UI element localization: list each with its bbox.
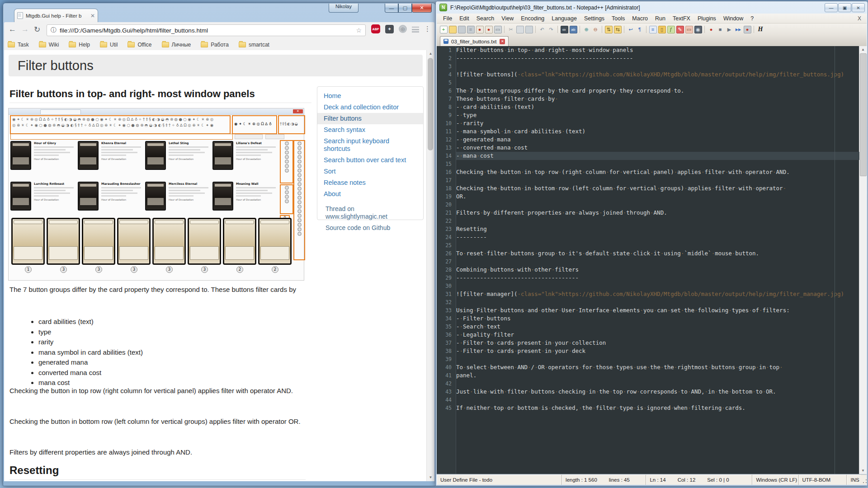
menu-macro[interactable]: Macro [628,15,651,22]
textfx-h-icon[interactable]: H [757,26,764,33]
back-icon[interactable]: ← [9,25,16,34]
npp-scroll-up-icon[interactable]: ▲ [859,46,867,53]
chrome-profile-button[interactable]: Nikolay [329,4,359,13]
menu-search[interactable]: Search [473,15,498,22]
bookmark-item[interactable]: Работа [201,42,229,48]
cut-icon[interactable]: ✂ [507,26,515,33]
editor-text[interactable]: Filter·buttons·in·top-·and·right-·most·w… [456,46,859,474]
menu-?[interactable]: ? [747,15,757,22]
menu-window[interactable]: Window [720,15,747,22]
run-macro-multiple-icon[interactable]: ▶▶ [735,26,742,33]
nav-item-search-button-over-card-text[interactable]: Search button over card text [317,155,423,166]
resize-grip[interactable] [861,475,867,485]
npp-restore-button[interactable]: ▣ [838,3,851,12]
minimize-button[interactable]: — [385,4,398,13]
sync-v-icon[interactable]: ⇅ [605,26,613,33]
menu-edit[interactable]: Edit [456,15,473,22]
nav-item-deck-and-collection-editor[interactable]: Deck and collection editor [317,102,423,113]
nav-item-about[interactable]: About [317,188,423,200]
save-copy-icon[interactable]: ≡ [467,26,475,33]
bookmark-item[interactable]: Help [69,42,90,48]
adblock-plus-icon[interactable]: ABP [371,24,380,33]
print-icon[interactable]: ▭ [494,26,502,33]
nav-item-sort[interactable]: Sort [317,166,423,177]
nav-item-filter-buttons[interactable]: Filter buttons [317,113,423,124]
tab-close-icon[interactable]: ✕ [90,13,95,19]
sync-h-icon[interactable]: ⇆ [614,26,622,33]
npp-scrollbar[interactable]: ▲ ▼ [859,46,867,474]
undo-icon[interactable]: ↶ [538,26,546,33]
menu-language[interactable]: Language [548,15,580,22]
menu-view[interactable]: View [498,15,517,22]
folder-as-workspace-icon[interactable]: ▭ [685,26,693,33]
bookmark-item[interactable]: Util [100,42,118,48]
find-icon[interactable]: ∞ [561,26,568,33]
forward-icon[interactable]: → [21,25,29,34]
close-all-icon[interactable]: ● [485,26,493,33]
monitor-icon[interactable]: ◉ [694,26,702,33]
scroll-down-icon[interactable]: ▼ [427,474,434,481]
address-bar[interactable]: ⓘ file:///D:/Games/Mtgdb.Gui/help/html/f… [47,24,366,36]
nav-item-search-syntax[interactable]: Search syntax [317,124,423,136]
extension-icon[interactable]: ✦ [385,25,394,33]
paste-icon[interactable] [525,26,533,33]
npp-document-tab[interactable]: 03_filter_buttons.txt ✕ [440,36,509,46]
menu-plugins[interactable]: Plugins [694,15,720,22]
menu-encoding[interactable]: Encoding [517,15,548,22]
close-icon[interactable]: ● [476,26,484,33]
page-info-icon[interactable]: ⓘ [51,26,57,34]
page-scrollbar[interactable]: ▲ ▼ [426,50,434,481]
zoom-in-icon[interactable]: ⊕ [583,26,590,33]
doc-switcher-icon[interactable]: ✎ [676,26,684,33]
bookmark-item[interactable]: Личные [162,42,191,48]
browser-tab[interactable]: Mtgdb.Gui help - Filter b ✕ [14,9,98,22]
bookmark-item[interactable]: smartcat [239,42,269,48]
menu-file[interactable]: File [439,15,456,22]
npp-minimize-button[interactable]: — [825,3,838,12]
scrollbar-thumb[interactable] [428,58,433,150]
nav-item-release-notes[interactable]: Release notes [317,177,423,188]
show-all-chars-icon[interactable]: ¶ [636,26,644,33]
menu-settings[interactable]: Settings [580,15,608,22]
replace-icon[interactable]: ab [570,26,577,33]
menu-run[interactable]: Run [651,15,669,22]
redo-icon[interactable]: ↷ [547,26,555,33]
new-file-icon[interactable]: + [440,26,448,33]
scroll-up-icon[interactable]: ▲ [427,50,434,57]
close-button[interactable]: ✕ [412,4,432,13]
indent-guide-icon[interactable]: ≡ [649,26,657,33]
chrome-menu-icon[interactable]: ⋮ [424,25,431,33]
nav-item-home[interactable]: Home [317,90,423,102]
npp-close-button[interactable]: ✕ [852,3,865,12]
bookmark-item[interactable]: Office [127,42,151,48]
bookmark-star-icon[interactable]: ☆ [356,27,362,34]
bookmark-item[interactable]: Task [8,42,29,48]
menu-textfx[interactable]: TextFX [669,15,694,22]
nav-external-link[interactable]: Source code on Github [317,222,423,234]
status-insert-mode[interactable]: INS [847,475,861,485]
save-icon[interactable] [458,26,466,33]
open-icon[interactable] [449,26,457,33]
url-text[interactable]: file:///D:/Games/Mtgdb.Gui/help/html/fil… [60,27,356,34]
npp-editor[interactable]: 1234567891011121314151617181920212223242… [437,46,859,474]
record-macro-icon[interactable]: ● [708,26,715,33]
zoom-out-icon[interactable]: ⊖ [592,26,599,33]
refresh-icon[interactable]: ↻ [34,25,40,34]
list-extension-icon[interactable] [412,27,419,33]
menubar-close-icon[interactable]: X [858,15,864,22]
play-macro-icon[interactable]: ▶ [726,26,733,33]
maximize-button[interactable]: ▢ [398,4,412,13]
npp-scroll-down-icon[interactable]: ▼ [859,467,867,474]
stop-macro-icon[interactable]: ■ [717,26,724,33]
bookmark-item[interactable]: Wiki [39,42,59,48]
save-macro-icon[interactable]: ● [744,26,751,33]
globe-extension-icon[interactable]: ⊕ [399,25,407,33]
function-list-icon[interactable]: ƒ [667,26,675,33]
npp-tab-close-icon[interactable]: ✕ [500,39,505,44]
npp-scrollbar-thumb[interactable] [860,53,867,176]
copy-icon[interactable] [516,26,524,33]
word-wrap-icon[interactable]: ↩ [627,26,635,33]
menu-tools[interactable]: Tools [608,15,628,22]
nav-external-link[interactable]: Thread on www.slightlymagic.net [317,203,423,222]
doc-map-icon[interactable]: ▯ [658,26,666,33]
